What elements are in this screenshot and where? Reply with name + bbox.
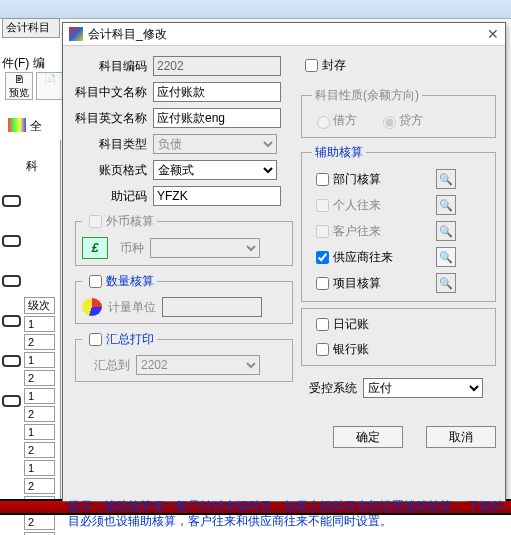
fc-legend: 外币核算 <box>106 214 154 228</box>
label-bankbook: 银行账 <box>333 341 369 358</box>
project-checkbox[interactable] <box>316 277 329 290</box>
type-select: 负债 <box>153 134 277 154</box>
label-dept: 部门核算 <box>333 171 433 188</box>
label-credit: 贷方 <box>399 113 423 127</box>
search-icon: 🔍 <box>436 273 456 293</box>
label-cust: 客户往来 <box>333 223 433 240</box>
aux-group: 辅助核算 部门核算🔍 个人往来🔍 客户往来🔍 供应商往来🔍 项目核算🔍 <box>301 144 496 302</box>
currency-icon: £ <box>82 237 108 259</box>
search-icon: 🔍 <box>436 169 456 189</box>
close-icon[interactable]: ✕ <box>487 26 499 42</box>
seal-checkbox[interactable] <box>305 59 318 72</box>
person-checkbox <box>316 199 329 212</box>
label-code: 科目编码 <box>75 58 147 75</box>
pagefmt-select[interactable]: 金额式 <box>153 160 277 180</box>
fc-checkbox <box>89 215 102 228</box>
app-icon <box>69 27 83 41</box>
color-icon <box>8 118 26 132</box>
label-type: 科目类型 <box>75 136 147 153</box>
sum-group: 汇总打印 汇总到 2202 <box>75 330 293 382</box>
label-pagefmt: 账页格式 <box>75 162 147 179</box>
sum-legend: 汇总打印 <box>106 332 154 346</box>
cname-input[interactable] <box>153 82 281 102</box>
bg-heading: 科 <box>26 158 38 175</box>
bg-menu: 件(F) 编 <box>2 55 45 72</box>
book-group: 日记账 银行账 <box>301 308 496 366</box>
search-icon[interactable]: 🔍 <box>436 247 456 267</box>
bankbook-checkbox[interactable] <box>316 343 329 356</box>
dept-checkbox[interactable] <box>316 173 329 186</box>
label-unit: 计量单位 <box>108 299 156 316</box>
code-input <box>153 56 281 76</box>
label-seal: 封存 <box>322 57 346 74</box>
nature-legend: 科目性质(余额方向) <box>312 87 422 104</box>
label-debit: 借方 <box>333 113 357 127</box>
credit-radio <box>383 116 396 129</box>
qty-checkbox[interactable] <box>89 275 102 288</box>
currency-select <box>150 238 260 258</box>
label-cname: 科目中文名称 <box>75 84 147 101</box>
mnemonic-input[interactable] <box>153 186 281 206</box>
sumto-select: 2202 <box>136 355 260 375</box>
dialog-title: 会计科目_修改 <box>88 26 167 43</box>
label-project: 项目核算 <box>333 275 433 292</box>
label-daybook: 日记账 <box>333 316 369 333</box>
cust-checkbox <box>316 225 329 238</box>
qty-group: 数量核算 计量单位 <box>75 272 293 324</box>
hint-text: 提示：辅助核算项一般只针对末级科目，如果上级科目也想设置辅助核算， 下级科目必须… <box>68 499 506 529</box>
ctrlsys-select[interactable]: 应付 <box>363 378 483 398</box>
search-icon: 🔍 <box>436 221 456 241</box>
aux-legend: 辅助核算 <box>312 144 366 161</box>
edit-account-dialog: 会计科目_修改 ✕ 科目编码 科目中文名称 科目英文名称 科目类型 负债 账页格… <box>62 22 506 502</box>
toolbar-icon: 📄 <box>36 72 64 100</box>
sum-checkbox[interactable] <box>89 333 102 346</box>
qty-legend: 数量核算 <box>106 274 154 288</box>
ename-input[interactable] <box>153 108 281 128</box>
cancel-button[interactable]: 取消 <box>426 426 496 448</box>
label-currency: 币种 <box>114 240 144 257</box>
toolbar-icon: 🖹预览 <box>5 72 33 100</box>
label-supplier: 供应商往来 <box>333 249 433 266</box>
ok-button[interactable]: 确定 <box>333 426 403 448</box>
debit-radio <box>317 116 330 129</box>
label-mnemonic: 助记码 <box>75 188 147 205</box>
daybook-checkbox[interactable] <box>316 318 329 331</box>
unit-input <box>162 297 262 317</box>
label-ename: 科目英文名称 <box>75 110 147 127</box>
pie-icon <box>82 298 102 316</box>
bg-full: 全 <box>30 118 42 135</box>
label-ctrlsys: 受控系统 <box>301 380 357 397</box>
bg-tab: 会计科目 <box>2 18 60 38</box>
label-person: 个人往来 <box>333 197 433 214</box>
supplier-checkbox[interactable] <box>316 251 329 264</box>
search-icon: 🔍 <box>436 195 456 215</box>
label-sumto: 汇总到 <box>82 357 130 374</box>
nature-group: 科目性质(余额方向) 借方 贷方 <box>301 87 496 138</box>
fc-group: 外币核算 £ 币种 <box>75 212 293 266</box>
